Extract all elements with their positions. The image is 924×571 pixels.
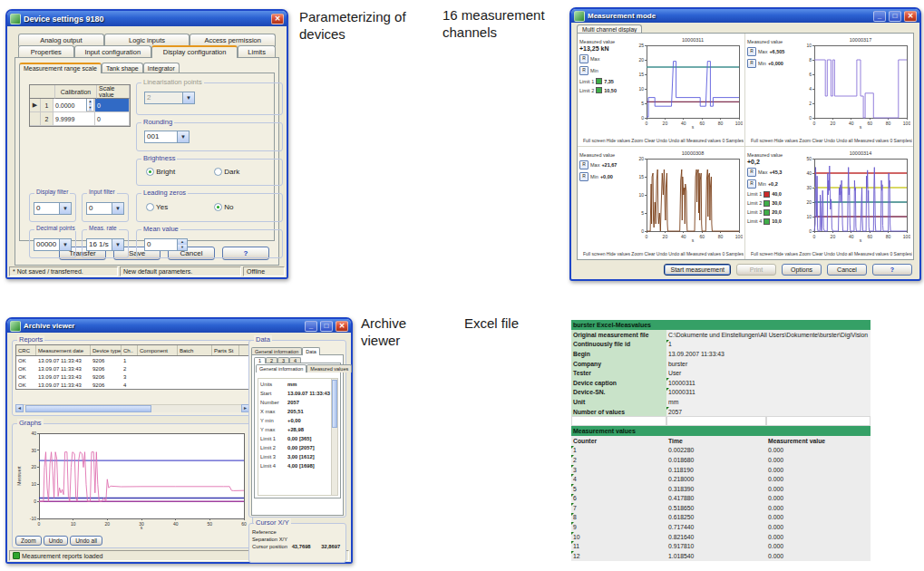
excel-data-row[interactable]: 70.5186500.000 (571, 503, 871, 513)
group-mean-value: Mean value 0 ▲▼ (136, 229, 283, 258)
table-row[interactable]: OK13.09.07 11:33:4392063 (16, 373, 248, 381)
column-header[interactable]: Ch.. (122, 345, 138, 355)
subtab-measured-values[interactable]: Measured values (306, 364, 352, 373)
channel-chart-1[interactable]: 100003110510152025020406080100s (632, 35, 743, 137)
chart-toolbar[interactable]: Full screen Hide values Zoom Clear Undo … (579, 137, 744, 146)
table-row[interactable]: OK13.09.07 11:33:4392064 (16, 381, 248, 389)
radio-no[interactable]: No (214, 203, 233, 211)
undo-button[interactable]: Undo (44, 536, 69, 546)
column-header[interactable]: Component (138, 345, 178, 355)
table-row[interactable]: ▶1 0.0000▲▼ 0 (30, 99, 130, 112)
start-measurement-button[interactable]: Start measurement (664, 264, 731, 276)
reports-table[interactable]: CRCMeasurement dateDevice typeCh..Compon… (15, 344, 249, 390)
excel-data-row[interactable]: 40.2180000.000 (571, 474, 871, 484)
column-header[interactable]: Batch (178, 345, 212, 355)
minimize-icon[interactable]: _ (873, 11, 886, 22)
table-row[interactable]: 2 9.9999 0 (30, 112, 130, 126)
table-row[interactable]: OK13.09.07 11:33:4392061 (16, 356, 248, 364)
mean-value-stepper[interactable]: 0 ▲▼ (144, 238, 188, 251)
tab-measurement-range-scale[interactable]: Measurement range scale (19, 63, 102, 73)
scroll-thumb[interactable] (25, 405, 151, 412)
device-settings-titlebar[interactable]: Device settings 9180 ✕ (7, 11, 287, 26)
tab-access-permission[interactable]: Access permission (190, 34, 276, 46)
excel-data-row[interactable]: 10.0022800.000 (571, 446, 871, 456)
excel-data-row[interactable]: 60.4178800.000 (571, 494, 871, 504)
display-filter-select[interactable]: 0▼ (34, 202, 72, 215)
excel-data-row[interactable]: 121.0185400.000 (571, 551, 871, 561)
undo-all-button[interactable]: Undo all (70, 536, 102, 546)
reset-button[interactable]: R (579, 172, 588, 181)
excel-info-row[interactable]: Company burster (571, 359, 871, 369)
chart-toolbar[interactable]: Full screen Hide values Zoom Clear Undo … (747, 137, 912, 146)
excel-data-row[interactable]: 90.7174400.000 (571, 522, 871, 532)
subtab-general-information[interactable]: General information (256, 364, 306, 373)
tab-channel-1[interactable]: 1 (254, 357, 266, 363)
scroll-left-icon[interactable]: ◄ (15, 404, 24, 412)
spinner-icons[interactable]: ▲▼ (177, 239, 187, 250)
close-icon[interactable]: ✕ (904, 11, 917, 22)
tab-analog-output[interactable]: Analog output (18, 34, 104, 46)
minimize-icon[interactable]: _ (305, 321, 317, 332)
column-header[interactable]: Parts St (212, 345, 239, 355)
decimal-points-select[interactable]: 00000▼ (34, 238, 72, 251)
column-header[interactable]: CRC (16, 345, 36, 355)
meas-rate-select[interactable]: 16 1/s▼ (86, 238, 124, 251)
tab-logic-inputs[interactable]: Logic inputs (104, 34, 190, 46)
excel-blank-row[interactable] (571, 416, 871, 426)
excel-data-row[interactable]: 80.6182500.000 (571, 513, 871, 523)
excel-info-row[interactable]: Original measurement file C:\Dokumente u… (571, 330, 871, 340)
options-button[interactable]: Options (782, 264, 822, 276)
tab-display-configuration[interactable]: Display configuration (151, 45, 238, 58)
archive-titlebar[interactable]: Archive viewer _ □ ✕ (7, 319, 351, 333)
horizontal-scrollbar[interactable]: ◄ ► (15, 404, 249, 412)
channel-chart-2[interactable]: 100003170246810020406080100s (800, 35, 910, 137)
reset-button[interactable]: R (579, 160, 588, 169)
excel-info-row[interactable]: Continuously file id 1 (571, 340, 871, 350)
vertical-scrollbar[interactable] (331, 378, 338, 496)
chart-toolbar[interactable]: Full screen Hide values Zoom Clear Undo … (579, 250, 744, 259)
radio-bright[interactable]: Bright (146, 168, 175, 176)
excel-info-row[interactable]: Unit mm (571, 397, 871, 407)
column-header[interactable]: Device type (91, 345, 122, 355)
channel-chart-3[interactable]: 1000030805101520020406080100s (632, 149, 743, 251)
calibration-table[interactable]: Calibration Scale value ▶1 0.0000▲▼ 0 2 … (29, 84, 131, 127)
excel-info-row[interactable]: Device-SN. 10000311 (571, 388, 871, 398)
archive-chart[interactable]: -100102030400102030405060sMesswert (15, 429, 248, 530)
cancel-button[interactable]: Cancel (827, 264, 867, 276)
excel-info-row[interactable]: Number of values 2057 (571, 407, 871, 417)
column-header[interactable]: Measurement date (36, 345, 91, 355)
zoom-button[interactable]: Zoom (15, 536, 42, 546)
excel-info-row[interactable]: Begin 13.09.2007 11:33:43 (571, 349, 871, 359)
excel-data-row[interactable]: 30.1181900.000 (571, 465, 871, 475)
input-filter-select[interactable]: 0▼ (86, 202, 124, 215)
reset-button[interactable]: R (747, 47, 756, 56)
print-button[interactable]: Print (736, 264, 776, 276)
excel-data-row[interactable]: 50.3183900.000 (571, 484, 871, 494)
reset-button[interactable]: R (579, 66, 588, 75)
chart-toolbar[interactable]: Full screen Hide values Zoom Clear Undo … (747, 250, 912, 259)
channel-chart-4[interactable]: 1000031401020304050020406080100s (800, 149, 910, 251)
excel-info-row[interactable]: Tester User (571, 368, 871, 378)
measurement-titlebar[interactable]: Measurement mode _ □ ✕ (571, 9, 919, 23)
maximize-icon[interactable]: □ (320, 321, 333, 332)
reset-button[interactable]: R (579, 54, 588, 63)
tab-input-configuration[interactable]: Input configuration (74, 45, 151, 58)
close-icon[interactable]: ✕ (271, 14, 284, 24)
radio-yes[interactable]: Yes (146, 203, 168, 211)
excel-data-row[interactable]: 110.9178100.000 (571, 541, 871, 551)
excel-data-row[interactable]: 100.8216400.000 (571, 532, 871, 542)
excel-data-row[interactable]: 20.0186800.000 (571, 455, 871, 465)
reset-button[interactable]: R (747, 168, 756, 177)
tab-limits[interactable]: Limits (238, 45, 276, 58)
reset-button[interactable]: R (747, 59, 756, 68)
table-row[interactable]: OK13.09.07 11:33:4392062 (16, 364, 248, 373)
maximize-icon[interactable]: □ (889, 11, 901, 22)
radio-dark[interactable]: Dark (214, 168, 239, 176)
tab-properties[interactable]: Properties (18, 45, 74, 58)
rounding-select[interactable]: 001▼ (144, 131, 190, 143)
help-button[interactable]: ? (872, 264, 912, 276)
close-icon[interactable]: ✕ (336, 321, 348, 332)
tab-data[interactable]: Data (302, 347, 320, 355)
reset-button[interactable]: R (747, 179, 756, 189)
excel-info-row[interactable]: Device caption 10000311 (571, 378, 871, 388)
